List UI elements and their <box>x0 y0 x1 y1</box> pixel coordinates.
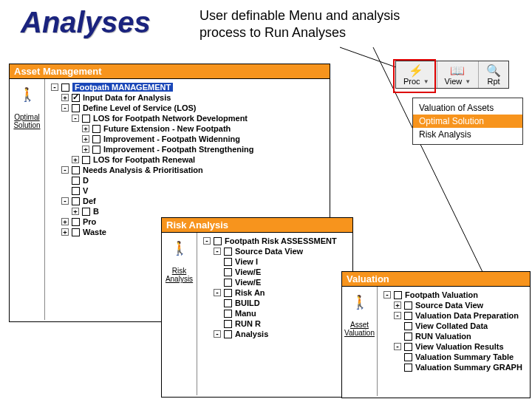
proc-item-optimal[interactable]: Optimal Solution <box>413 115 522 128</box>
risk-analysis-panel: Risk Analysis 🚶 Risk Analysis -Footpath … <box>161 217 353 398</box>
checkbox[interactable] <box>224 289 232 297</box>
checkbox[interactable] <box>72 177 80 185</box>
expand-icon[interactable]: + <box>72 156 79 163</box>
checkbox[interactable] <box>72 166 80 174</box>
book-icon: 📖 <box>450 64 465 77</box>
dropdown-arrow-icon: ▼ <box>465 78 471 85</box>
expand-icon[interactable]: + <box>61 228 69 236</box>
expand-icon[interactable]: - <box>394 343 401 350</box>
expand-icon[interactable]: - <box>61 197 69 205</box>
expand-icon[interactable]: + <box>82 146 89 153</box>
pedestrian-icon: 🚶 <box>20 85 35 103</box>
panel-sidebar: 🚶 Risk Analysis <box>162 233 197 395</box>
side-label-risk[interactable]: Risk Analysis <box>162 267 197 283</box>
checkbox[interactable] <box>224 268 232 276</box>
checkbox[interactable] <box>224 258 232 266</box>
panel-title: Valuation <box>342 272 530 287</box>
expand-icon[interactable]: + <box>72 208 79 215</box>
expand-icon[interactable]: - <box>214 289 221 296</box>
expand-icon[interactable]: + <box>61 218 69 225</box>
checkbox[interactable] <box>394 291 402 299</box>
lightning-icon: ⚡ <box>409 64 423 77</box>
checkbox[interactable] <box>224 320 232 328</box>
checkbox[interactable] <box>82 115 90 123</box>
expand-icon[interactable]: + <box>394 301 401 309</box>
checkbox[interactable] <box>72 197 80 205</box>
checkbox[interactable] <box>72 94 80 102</box>
expand-icon[interactable]: + <box>61 94 69 101</box>
checkbox[interactable] <box>72 228 80 236</box>
proc-menu: Valuation of Assets Optimal Solution Ris… <box>412 98 523 145</box>
checkbox[interactable] <box>82 156 90 164</box>
checkbox[interactable] <box>224 310 232 318</box>
checkbox[interactable] <box>404 343 412 351</box>
checkbox[interactable] <box>404 353 412 361</box>
panel-title: Risk Analysis <box>162 218 352 233</box>
expand-icon[interactable]: + <box>82 135 89 143</box>
expand-icon[interactable]: - <box>72 115 79 122</box>
expand-icon[interactable]: + <box>82 125 89 132</box>
report-icon: 🔍 <box>486 64 501 77</box>
panel-sidebar: 🚶 Asset Valuation <box>342 287 378 396</box>
side-label-valuation[interactable]: Asset Valuation <box>342 321 377 337</box>
checkbox[interactable] <box>404 301 412 310</box>
slide-subtitle: User definable Menu and analysis process… <box>200 7 443 42</box>
pedestrian-icon: 🚶 <box>172 239 187 256</box>
checkbox[interactable] <box>72 104 80 112</box>
panel-title: Asset Management <box>10 64 330 79</box>
checkbox[interactable] <box>92 135 100 143</box>
side-label-optimal[interactable]: Optimal Solution <box>10 113 44 129</box>
dropdown-arrow-icon: ▼ <box>423 78 429 85</box>
checkbox[interactable] <box>224 330 232 338</box>
panel-sidebar: 🚶 Optimal Solution <box>10 79 45 320</box>
expand-icon[interactable]: - <box>61 166 69 174</box>
valuation-panel: Valuation 🚶 Asset Valuation -Footpath Va… <box>341 271 531 398</box>
expand-icon[interactable]: - <box>214 248 221 255</box>
expand-icon[interactable]: - <box>394 312 401 319</box>
pedestrian-icon: 🚶 <box>352 293 367 310</box>
proc-button[interactable]: ⚡ Proc▼ <box>396 61 437 88</box>
valuation-tree[interactable]: -Footpath Valuation +Source Data View -V… <box>378 287 525 396</box>
risk-tree[interactable]: -Footpath Risk ASSESSMENT -Source Data V… <box>197 233 340 395</box>
proc-item-valuation[interactable]: Valuation of Assets <box>413 101 522 115</box>
proc-item-risk[interactable]: Risk Analysis <box>413 128 522 141</box>
slide-title: Analyses <box>21 6 151 39</box>
checkbox[interactable] <box>224 299 232 307</box>
checkbox[interactable] <box>92 125 100 133</box>
checkbox[interactable] <box>224 248 232 256</box>
checkbox[interactable] <box>404 312 412 320</box>
analysis-toolbar: ⚡ Proc▼ 📖 View▼ 🔍 Rpt <box>395 61 509 89</box>
checkbox[interactable] <box>82 208 90 216</box>
checkbox[interactable] <box>92 146 100 154</box>
checkbox[interactable] <box>61 83 69 92</box>
checkbox[interactable] <box>72 218 80 226</box>
checkbox[interactable] <box>224 279 232 287</box>
checkbox[interactable] <box>404 364 412 372</box>
expand-icon[interactable]: - <box>383 291 391 299</box>
expand-icon[interactable]: - <box>203 237 211 245</box>
checkbox[interactable] <box>404 332 412 341</box>
rpt-button[interactable]: 🔍 Rpt <box>479 61 508 88</box>
expand-icon[interactable]: - <box>51 83 58 91</box>
checkbox[interactable] <box>214 237 222 245</box>
view-button[interactable]: 📖 View▼ <box>437 61 480 88</box>
checkbox[interactable] <box>404 322 412 330</box>
expand-icon[interactable]: - <box>61 104 69 112</box>
checkbox[interactable] <box>72 187 80 195</box>
expand-icon[interactable]: - <box>214 330 221 338</box>
